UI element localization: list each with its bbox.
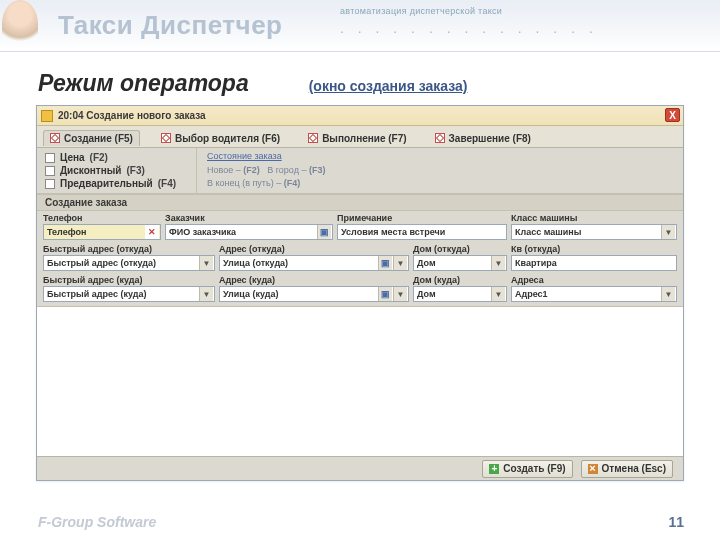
apt-from-label: Кв (откуда) bbox=[511, 244, 677, 254]
create-button-label: Создать (F9) bbox=[503, 463, 565, 474]
fast-to-input[interactable]: Быстрый адрес (куда) ▼ bbox=[43, 286, 215, 302]
cell-client: Заказчик ФИО заказчика ▣ bbox=[165, 213, 333, 240]
check-key: (F3) bbox=[126, 165, 144, 176]
footer-page: 11 bbox=[668, 514, 684, 530]
tab-create[interactable]: Создание (F5) bbox=[43, 130, 140, 146]
section-create-order: Создание заказа bbox=[37, 194, 683, 211]
clear-icon[interactable]: ✕ bbox=[145, 225, 159, 239]
tab-strip: Создание (F5) Выбор водителя (F6) Выполн… bbox=[37, 126, 683, 148]
lookup-icon[interactable]: ▣ bbox=[378, 287, 392, 301]
operator-avatar bbox=[2, 0, 38, 48]
addr-from-input[interactable]: Улица (откуда) ▣ ▼ bbox=[219, 255, 409, 271]
check-key: (F2) bbox=[90, 152, 108, 163]
note-input[interactable]: Условия места встречи bbox=[337, 224, 507, 240]
status-line1: Новое – (F2) В город – (F3) bbox=[207, 164, 673, 178]
close-icon bbox=[588, 464, 598, 474]
apt-from-input[interactable]: Квартира bbox=[511, 255, 677, 271]
tab-label: Выполнение (F7) bbox=[322, 133, 406, 144]
action-bar: Создать (F9) Отмена (Esc) bbox=[37, 456, 683, 480]
cell-addresses: Адреса Адрес1 ▼ bbox=[511, 275, 677, 302]
status-link[interactable]: Состояние заказа bbox=[207, 150, 673, 164]
chevron-down-icon[interactable]: ▼ bbox=[491, 256, 505, 270]
check-label: Предварительный bbox=[60, 178, 153, 189]
addr-to-input[interactable]: Улица (куда) ▣ ▼ bbox=[219, 286, 409, 302]
note-label: Примечание bbox=[337, 213, 507, 223]
fast-from-input[interactable]: Быстрый адрес (откуда) ▼ bbox=[43, 255, 215, 271]
class-select[interactable]: Класс машины ▼ bbox=[511, 224, 677, 240]
tab-icon bbox=[161, 133, 171, 143]
create-button[interactable]: Создать (F9) bbox=[482, 460, 572, 478]
tab-execute[interactable]: Выполнение (F7) bbox=[301, 130, 413, 146]
tab-driver[interactable]: Выбор водителя (F6) bbox=[154, 130, 287, 146]
cell-addr-to: Адрес (куда) Улица (куда) ▣ ▼ bbox=[219, 275, 409, 302]
lookup-icon[interactable]: ▣ bbox=[378, 256, 392, 270]
window-titlebar: 20:04 Создание нового заказа X bbox=[37, 106, 683, 126]
chevron-down-icon[interactable]: ▼ bbox=[393, 256, 407, 270]
window-icon bbox=[41, 110, 53, 122]
chevron-down-icon[interactable]: ▼ bbox=[199, 256, 213, 270]
form-row-3: Быстрый адрес (куда) Быстрый адрес (куда… bbox=[37, 273, 683, 306]
tab-finish[interactable]: Завершение (F8) bbox=[428, 130, 538, 146]
fast-from-label: Быстрый адрес (откуда) bbox=[43, 244, 215, 254]
phone-input[interactable]: Телефон ✕ bbox=[43, 224, 161, 240]
slide-footer: F-Group Software 11 bbox=[38, 514, 684, 530]
banner-subtitle: автоматизация диспетчерской такси bbox=[340, 6, 502, 16]
cell-addr-from: Адрес (откуда) Улица (откуда) ▣ ▼ bbox=[219, 244, 409, 271]
cancel-button-label: Отмена (Esc) bbox=[602, 463, 666, 474]
check-discount[interactable]: Дисконтный (F3) bbox=[45, 164, 188, 177]
fast-to-label: Быстрый адрес (куда) bbox=[43, 275, 215, 285]
cell-house-to: Дом (куда) Дом ▼ bbox=[413, 275, 507, 302]
tab-icon bbox=[308, 133, 318, 143]
checkbox-icon[interactable] bbox=[45, 153, 55, 163]
addr-from-label: Адрес (откуда) bbox=[219, 244, 409, 254]
cell-class: Класс машины Класс машины ▼ bbox=[511, 213, 677, 240]
status-column: Состояние заказа Новое – (F2) В город – … bbox=[197, 148, 683, 193]
form-row-1: Телефон Телефон ✕ Заказчик ФИО заказчика… bbox=[37, 211, 683, 242]
cell-fast-to: Быстрый адрес (куда) Быстрый адрес (куда… bbox=[43, 275, 215, 302]
chevron-down-icon[interactable]: ▼ bbox=[491, 287, 505, 301]
banner-title: Такси Диспетчер bbox=[58, 10, 283, 41]
page-heading: Режим оператора (окно создания заказа) bbox=[38, 70, 720, 97]
cell-phone: Телефон Телефон ✕ bbox=[43, 213, 161, 240]
cancel-button[interactable]: Отмена (Esc) bbox=[581, 460, 673, 478]
fast-from-value: Быстрый адрес (откуда) bbox=[47, 258, 156, 268]
tab-label: Создание (F5) bbox=[64, 133, 133, 144]
fast-to-value: Быстрый адрес (куда) bbox=[47, 289, 146, 299]
addresses-label: Адреса bbox=[511, 275, 677, 285]
chevron-down-icon[interactable]: ▼ bbox=[661, 287, 675, 301]
addr-to-value: Улица (куда) bbox=[223, 289, 278, 299]
addresses-input[interactable]: Адрес1 ▼ bbox=[511, 286, 677, 302]
phone-value: Телефон bbox=[47, 227, 86, 237]
house-from-value: Дом bbox=[417, 258, 436, 268]
check-price[interactable]: Цена (F2) bbox=[45, 151, 188, 164]
check-key: (F4) bbox=[158, 178, 176, 189]
close-button[interactable]: X bbox=[665, 108, 680, 122]
client-input[interactable]: ФИО заказчика ▣ bbox=[165, 224, 333, 240]
check-preliminary[interactable]: Предварительный (F4) bbox=[45, 177, 188, 190]
tab-label: Завершение (F8) bbox=[449, 133, 531, 144]
order-detail-area bbox=[37, 306, 683, 456]
chevron-down-icon[interactable]: ▼ bbox=[199, 287, 213, 301]
plus-icon bbox=[489, 464, 499, 474]
cell-fast-from: Быстрый адрес (откуда) Быстрый адрес (от… bbox=[43, 244, 215, 271]
window-title: 20:04 Создание нового заказа bbox=[58, 110, 206, 121]
chevron-down-icon[interactable]: ▼ bbox=[661, 225, 675, 239]
form-row-2: Быстрый адрес (откуда) Быстрый адрес (от… bbox=[37, 242, 683, 273]
phone-label: Телефон bbox=[43, 213, 161, 223]
house-to-input[interactable]: Дом ▼ bbox=[413, 286, 507, 302]
status-line2: В конец (в путь) – (F4) bbox=[207, 177, 673, 191]
options-row: Цена (F2) Дисконтный (F3) Предварительны… bbox=[37, 148, 683, 194]
apt-from-value: Квартира bbox=[515, 258, 557, 268]
house-from-input[interactable]: Дом ▼ bbox=[413, 255, 507, 271]
checkbox-column: Цена (F2) Дисконтный (F3) Предварительны… bbox=[37, 148, 197, 193]
note-value: Условия места встречи bbox=[341, 227, 445, 237]
check-label: Дисконтный bbox=[60, 165, 121, 176]
lookup-icon[interactable]: ▣ bbox=[317, 225, 331, 239]
house-to-label: Дом (куда) bbox=[413, 275, 507, 285]
checkbox-icon[interactable] bbox=[45, 179, 55, 189]
cell-note: Примечание Условия места встречи bbox=[337, 213, 507, 240]
chevron-down-icon[interactable]: ▼ bbox=[393, 287, 407, 301]
order-window: 20:04 Создание нового заказа X Создание … bbox=[36, 105, 684, 481]
checkbox-icon[interactable] bbox=[45, 166, 55, 176]
class-label: Класс машины bbox=[511, 213, 677, 223]
